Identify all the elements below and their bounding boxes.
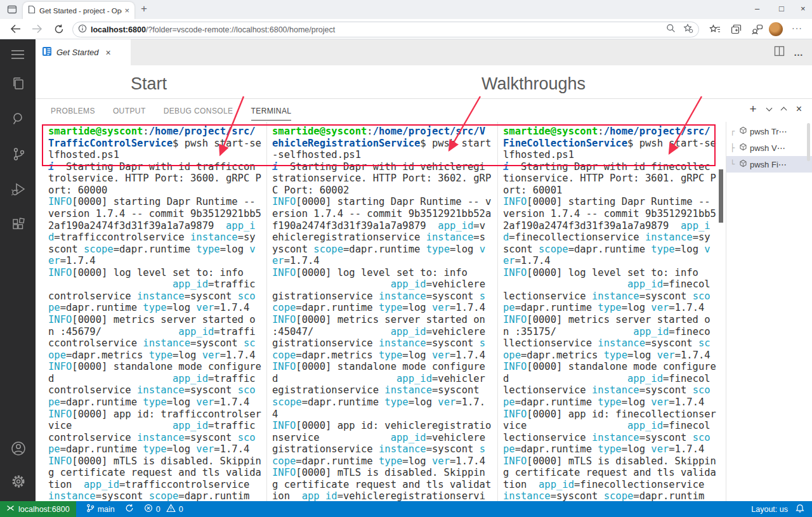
url-path: /?folder=vscode-remote://localhost:6800/… (146, 25, 335, 34)
terminal-list-label: pwsh Fi⋯ (750, 160, 787, 169)
tab-output[interactable]: OUTPUT (113, 101, 146, 120)
terminal-pane-vehicleregistration[interactable]: smartide@syscont:/home/project/src/Vehic… (266, 122, 497, 501)
terminal-pane-finecollection[interactable]: smartide@syscont:/home/project/src/FineC… (497, 122, 726, 501)
editor-tab-close-icon[interactable]: × (105, 48, 110, 58)
terminal-pane-trafficcontrol[interactable]: smartide@syscont:/home/project/src/Traff… (36, 122, 266, 501)
welcome-page: Start Walkthroughs (36, 65, 812, 98)
remote-icon (6, 504, 15, 514)
forward-button-icon[interactable] (32, 24, 43, 36)
editor-tab-label: Get Started (56, 48, 98, 57)
back-button-icon[interactable] (10, 24, 21, 36)
run-debug-icon[interactable] (10, 181, 27, 200)
extensions-icon[interactable] (10, 217, 27, 236)
pwsh-terminal-icon (739, 126, 747, 136)
browser-tabstrip: Get Started - project - Ope × + – □ × (0, 0, 812, 19)
browser-tab-title: Get Started - project - Ope (39, 7, 122, 15)
editor-more-actions-icon[interactable]: … (794, 47, 803, 58)
split-editor-icon[interactable] (774, 46, 785, 59)
search-icon[interactable] (10, 110, 27, 129)
remote-indicator[interactable]: localhost:6800 (0, 501, 76, 517)
terminal-profile-chevron-icon[interactable] (766, 105, 772, 111)
problems-indicator[interactable]: 0 0 (144, 504, 183, 514)
errors-icon (144, 504, 153, 514)
terminal-list-label: pwsh V⋯ (750, 143, 785, 153)
terminal-list-item-selected[interactable]: └ pwsh Fi⋯ (726, 156, 812, 173)
collections-icon[interactable] (731, 24, 742, 37)
tab-search-icon[interactable] (6, 4, 18, 18)
editor-tabbar: Get Started × (36, 39, 812, 65)
tree-connector: ├ (730, 143, 737, 152)
sync-indicator[interactable] (125, 504, 134, 514)
zoom-page-icon[interactable] (666, 23, 676, 36)
panel-tabbar: PROBLEMS OUTPUT DEBUG CONSOLE TERMINAL (36, 98, 812, 122)
terminal-scrollbar[interactable] (719, 169, 723, 223)
status-bar: localhost:6800 main 0 0 Layout: us (0, 501, 812, 517)
terminal-output[interactable]: smartide@syscont:/home/project/src/Vehic… (272, 126, 491, 501)
welcome-start-heading: Start (131, 74, 167, 94)
tree-connector: └ (730, 160, 737, 169)
warnings-icon (166, 504, 176, 514)
url-host: localhost:6800 (91, 25, 146, 34)
close-panel-icon[interactable]: × (796, 104, 802, 114)
menu-hamburger-icon[interactable] (10, 48, 25, 63)
window-close-button[interactable]: × (801, 4, 806, 13)
remote-host-label: localhost:6800 (18, 505, 70, 514)
sync-icon (125, 504, 134, 514)
window-maximize-button[interactable]: □ (779, 4, 784, 13)
browser-tab[interactable]: Get Started - project - Ope × (23, 2, 134, 19)
terminal-tabs-list: ┌ pwsh Tr⋯ ├ pwsh V⋯ └ pwsh Fi⋯ (726, 122, 812, 501)
layout-indicator[interactable]: Layout: us (751, 505, 788, 514)
terminal-output[interactable]: smartide@syscont:/home/project/src/Traff… (48, 126, 261, 501)
tab-debug-console[interactable]: DEBUG CONSOLE (164, 101, 233, 120)
screen: Get Started - project - Ope × + – □ × lo… (0, 0, 812, 517)
address-bar[interactable]: localhost:6800/?folder=vscode-remote://l… (72, 22, 699, 37)
terminal-list-item[interactable]: ├ pwsh V⋯ (726, 140, 812, 156)
branch-indicator[interactable]: main (86, 504, 115, 514)
page-favicon-icon (28, 5, 36, 16)
profile-avatar[interactable] (769, 22, 783, 36)
window-minimize-button[interactable]: – (755, 4, 759, 13)
browser-essentials-icon[interactable] (751, 24, 763, 37)
terminal-output[interactable]: smartide@syscont:/home/project/src/FineC… (503, 126, 716, 501)
new-tab-button[interactable]: + (141, 3, 147, 15)
tab-close-icon[interactable]: × (124, 6, 129, 15)
tree-connector: ┌ (730, 127, 737, 136)
site-info-icon[interactable] (78, 24, 87, 36)
branch-label: main (98, 505, 115, 514)
welcome-walkthroughs-heading: Walkthroughs (481, 74, 586, 94)
tab-get-started[interactable]: Get Started × (36, 39, 131, 65)
favorites-star-icon[interactable] (683, 23, 693, 36)
git-branch-icon (86, 504, 95, 514)
maximize-panel-icon[interactable] (780, 107, 787, 113)
favorites-bar-icon[interactable] (709, 24, 721, 37)
terminal-list-label: pwsh Tr⋯ (750, 127, 787, 136)
get-started-icon (42, 46, 52, 59)
new-terminal-button[interactable]: + (750, 103, 757, 115)
explorer-icon[interactable] (10, 75, 27, 94)
pwsh-terminal-icon (739, 143, 747, 153)
notifications-bell-icon[interactable] (796, 504, 804, 515)
terminal-list-item[interactable]: ┌ pwsh Tr⋯ (726, 123, 812, 140)
terminal-area: smartide@syscont:/home/project/src/Traff… (36, 122, 812, 501)
terminal-list-scrollbar[interactable] (807, 123, 810, 161)
pwsh-terminal-icon (739, 159, 747, 169)
settings-gear-icon[interactable] (10, 473, 27, 492)
activity-bar (0, 39, 36, 501)
source-control-icon[interactable] (10, 146, 27, 165)
refresh-button-icon[interactable] (54, 24, 64, 37)
warnings-count: 0 (179, 505, 183, 514)
browser-menu-icon[interactable]: ··· (792, 23, 802, 33)
errors-count: 0 (156, 505, 160, 514)
tab-terminal[interactable]: TERMINAL (251, 101, 292, 121)
url-text[interactable]: localhost:6800/?folder=vscode-remote://l… (91, 25, 666, 34)
tab-problems[interactable]: PROBLEMS (51, 101, 95, 120)
account-icon[interactable] (10, 440, 27, 459)
